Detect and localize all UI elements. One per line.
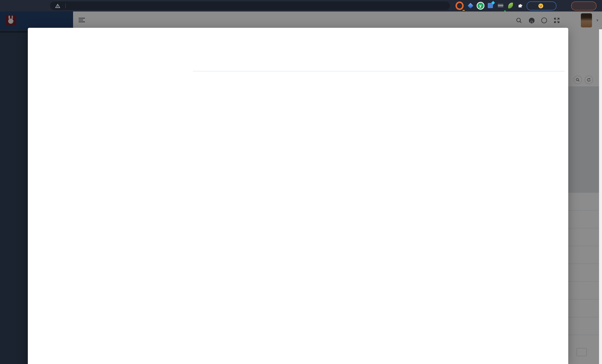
extension-orange-ring-icon[interactable]	[455, 1, 464, 10]
extension-green-circle-icon[interactable]: y	[476, 1, 484, 10]
address-bar[interactable]	[50, 1, 450, 10]
extension-blue-squares-icon[interactable]	[486, 1, 494, 10]
extensions-puzzle-icon[interactable]	[516, 1, 525, 10]
extension-blue-gem-icon[interactable]	[466, 1, 474, 10]
file-tabs	[198, 56, 565, 71]
omnibox-divider	[65, 3, 66, 8]
browser-toolbar: y	[0, 0, 602, 11]
app-page: ▼	[0, 11, 602, 364]
extension-leaf-icon[interactable]	[506, 1, 515, 10]
code-preview-modal	[28, 28, 568, 364]
code-pane	[193, 52, 568, 364]
file-tree	[28, 52, 193, 364]
file-tabs-bar	[193, 56, 565, 72]
page-scrollbar[interactable]	[599, 29, 602, 364]
extension-paused-pill[interactable]	[527, 1, 556, 10]
extension-list-on-icon[interactable]	[496, 1, 505, 10]
not-secure-warning-icon	[55, 3, 60, 8]
browser-update-button[interactable]	[571, 1, 596, 10]
emoji-face-icon	[538, 3, 543, 9]
code-viewer	[193, 72, 568, 85]
modal-header	[28, 28, 568, 52]
extension-count-badge	[462, 10, 465, 11]
